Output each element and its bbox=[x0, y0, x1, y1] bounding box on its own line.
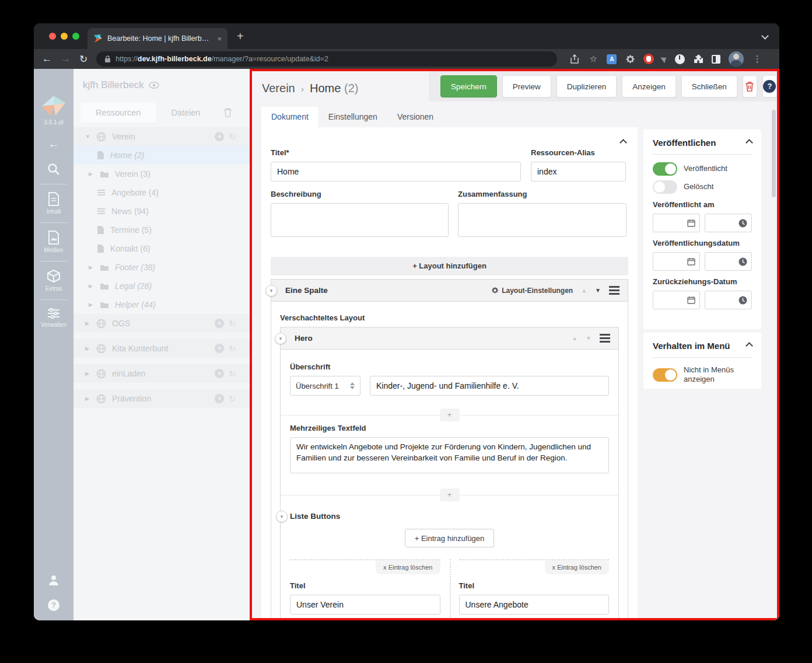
scrollbar-thumb[interactable] bbox=[772, 110, 776, 197]
caret-right-icon[interactable]: ▶ bbox=[89, 171, 96, 177]
sidebar-item-verwalten[interactable]: Verwalten bbox=[41, 308, 66, 328]
split-view-icon[interactable] bbox=[712, 55, 720, 64]
tree-node[interactable]: Kontakt (6) bbox=[74, 239, 250, 258]
tab-search-chevron-icon[interactable] bbox=[761, 32, 769, 40]
delete-entry-button[interactable]: x Eintrag löschen bbox=[545, 560, 609, 574]
add-entry-button[interactable]: + Eintrag hinzufügen bbox=[405, 529, 495, 547]
title-input[interactable] bbox=[271, 162, 521, 182]
caret-right-icon[interactable]: ▶ bbox=[85, 346, 92, 351]
close-window-button[interactable] bbox=[49, 33, 56, 40]
tree-node-selected[interactable]: Home (2) bbox=[74, 146, 250, 165]
delete-entry-button[interactable]: x Eintrag löschen bbox=[376, 560, 440, 574]
profile-avatar[interactable] bbox=[729, 51, 744, 67]
timer-extension-icon[interactable] bbox=[675, 54, 685, 64]
zoom-window-button[interactable] bbox=[72, 33, 79, 40]
trash-icon[interactable] bbox=[223, 107, 232, 120]
breadcrumb-parent[interactable]: Verein bbox=[262, 82, 295, 95]
tree-node[interactable]: Angebote (4) bbox=[74, 183, 250, 202]
close-button[interactable]: Schließen bbox=[681, 75, 737, 97]
move-down-icon[interactable]: ▼ bbox=[586, 335, 592, 341]
alias-input[interactable] bbox=[531, 162, 626, 182]
hide-menu-toggle[interactable] bbox=[653, 368, 677, 382]
refresh-icon[interactable]: ↻ bbox=[229, 132, 236, 141]
summary-textarea[interactable] bbox=[458, 203, 626, 237]
heading-input[interactable] bbox=[370, 376, 609, 396]
multiline-textarea[interactable] bbox=[290, 437, 609, 473]
collapse-list-icon[interactable]: ▼ bbox=[276, 511, 288, 522]
refresh-icon[interactable]: ↻ bbox=[229, 319, 236, 328]
collapse-layout-icon[interactable]: ▼ bbox=[265, 285, 277, 296]
time-input[interactable] bbox=[705, 214, 752, 232]
tab-einstellungen[interactable]: Einstellungen bbox=[318, 107, 387, 127]
sidebar-item-extras[interactable]: Extras bbox=[46, 269, 62, 292]
entry-title-input[interactable] bbox=[290, 595, 440, 615]
drag-handle-icon[interactable] bbox=[600, 337, 610, 339]
time-input[interactable] bbox=[705, 291, 752, 309]
caret-right-icon[interactable]: ▶ bbox=[89, 302, 96, 308]
save-button[interactable]: Speichern bbox=[440, 75, 497, 97]
add-resource-icon[interactable]: + bbox=[215, 319, 224, 328]
minimize-window-button[interactable] bbox=[61, 33, 68, 40]
refresh-icon[interactable]: ↻ bbox=[229, 394, 236, 403]
caret-right-icon[interactable]: ▶ bbox=[89, 283, 96, 289]
deleted-toggle[interactable] bbox=[653, 180, 677, 194]
entry-title-input[interactable] bbox=[459, 595, 610, 615]
insert-field-button[interactable]: + bbox=[440, 488, 460, 501]
drag-handle-icon[interactable] bbox=[609, 289, 620, 291]
tab-dokument[interactable]: Dokument bbox=[261, 107, 318, 127]
sidebar-item-medien[interactable]: Medien bbox=[44, 231, 64, 253]
tab-dateien[interactable]: Dateien bbox=[156, 103, 215, 123]
sidebar-item-inhalt[interactable]: Inhalt bbox=[47, 192, 61, 215]
back-icon[interactable]: ← bbox=[42, 53, 52, 65]
collapse-hero-icon[interactable]: ▼ bbox=[275, 333, 286, 344]
user-icon[interactable] bbox=[47, 574, 60, 587]
date-input[interactable] bbox=[653, 291, 700, 309]
description-textarea[interactable] bbox=[271, 203, 449, 237]
gear-extension-icon[interactable] bbox=[625, 54, 635, 64]
tree-node-context[interactable]: ▼ Verein +↻ bbox=[74, 127, 250, 146]
published-toggle[interactable] bbox=[653, 162, 677, 176]
tree-node[interactable]: Termine (5) bbox=[74, 221, 250, 239]
tree-node-context[interactable]: ▶ OGS +↻ bbox=[74, 314, 250, 333]
adblock-hand-extension-icon[interactable] bbox=[643, 54, 654, 64]
add-resource-icon[interactable]: + bbox=[215, 344, 224, 353]
share-icon[interactable] bbox=[569, 54, 580, 64]
add-layout-button[interactable]: + Layout hinzufügen bbox=[271, 257, 628, 275]
search-icon[interactable] bbox=[47, 162, 61, 176]
date-input[interactable] bbox=[653, 214, 700, 232]
translate-extension-icon[interactable]: A bbox=[607, 54, 617, 64]
view-button[interactable]: Anzeigen bbox=[622, 75, 676, 97]
tab-versionen[interactable]: Versionen bbox=[387, 107, 443, 127]
browser-tab[interactable]: Bearbeite: Home | kjfh Billerbeck × bbox=[88, 28, 228, 49]
tab-close-icon[interactable]: × bbox=[217, 34, 222, 43]
cursor-extension-icon[interactable] bbox=[661, 55, 668, 63]
add-resource-icon[interactable]: + bbox=[215, 132, 224, 141]
new-tab-button[interactable]: + bbox=[237, 29, 244, 43]
collapse-panel-icon[interactable] bbox=[746, 139, 753, 146]
caret-right-icon[interactable]: ▶ bbox=[85, 371, 92, 376]
date-input[interactable] bbox=[653, 252, 700, 271]
address-bar[interactable]: https://dev.kjfh-billerbeck.de/manager/?… bbox=[96, 51, 557, 67]
duplicate-button[interactable]: Duplizieren bbox=[556, 75, 617, 97]
extensions-puzzle-icon[interactable] bbox=[693, 54, 704, 64]
tree-node-context[interactable]: ▶ einLaden +↻ bbox=[74, 364, 250, 383]
collapse-sidebar-icon[interactable]: ← bbox=[48, 137, 60, 151]
time-input[interactable] bbox=[705, 252, 752, 271]
insert-field-button[interactable]: + bbox=[440, 409, 460, 421]
tree-node-context[interactable]: ▶ Kita Kunterbunt +↻ bbox=[74, 339, 250, 358]
collapse-panel-icon[interactable] bbox=[746, 342, 753, 350]
bookmark-star-icon[interactable]: ☆ bbox=[588, 54, 598, 64]
move-down-icon[interactable]: ▼ bbox=[595, 287, 601, 294]
caret-down-icon[interactable]: ▼ bbox=[85, 134, 92, 139]
collapse-section-icon[interactable] bbox=[621, 140, 626, 145]
caret-right-icon[interactable]: ▶ bbox=[85, 320, 92, 326]
browser-menu-icon[interactable]: ⋮ bbox=[752, 54, 762, 64]
tree-node[interactable]: ▶ Helper (44) bbox=[74, 295, 250, 314]
add-resource-icon[interactable]: + bbox=[215, 369, 224, 378]
caret-right-icon[interactable]: ▶ bbox=[89, 264, 96, 270]
layout-settings-button[interactable]: Layout-Einstellungen bbox=[491, 287, 573, 295]
help-icon[interactable]: ? bbox=[48, 599, 60, 611]
delete-button[interactable] bbox=[743, 75, 757, 97]
tree-node[interactable]: ▶ Verein (3) bbox=[74, 165, 250, 183]
reload-icon[interactable]: ↻ bbox=[79, 53, 88, 65]
